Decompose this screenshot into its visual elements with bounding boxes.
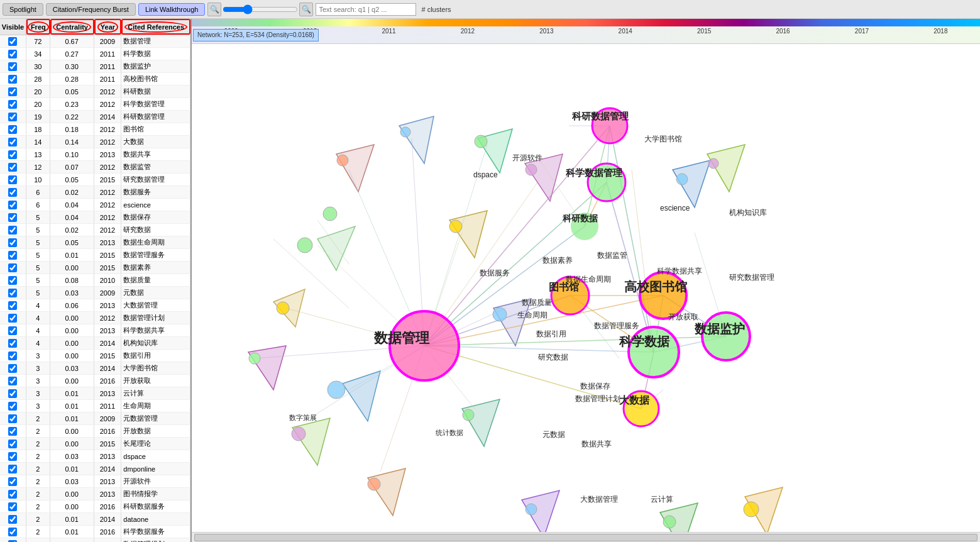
tab-link-walkthrough[interactable]: Link Walkthrough (138, 3, 206, 16)
row-visible-checkbox[interactable] (8, 263, 17, 272)
cell-visible (0, 538, 26, 542)
row-visible-checkbox[interactable] (8, 377, 17, 385)
row-visible-checkbox[interactable] (8, 276, 17, 285)
row-visible-checkbox[interactable] (8, 452, 17, 461)
zoom-in-button[interactable]: 🔍 (207, 3, 221, 16)
timeline-slider[interactable] (223, 4, 298, 15)
cell-year: 2012 (94, 98, 122, 110)
cell-visible (0, 362, 26, 374)
cell-visible (0, 249, 26, 261)
row-visible-checkbox[interactable] (8, 289, 17, 297)
row-visible-checkbox[interactable] (8, 540, 17, 543)
cell-cited: 数据管理规划 (121, 538, 190, 542)
row-visible-checkbox[interactable] (8, 440, 17, 448)
row-visible-checkbox[interactable] (8, 113, 17, 121)
zoom-out-button[interactable]: 🔍 (299, 3, 313, 16)
cell-year: 2014 (94, 362, 122, 374)
cell-cited: 图书情报学 (121, 488, 190, 500)
tab-spotlight[interactable]: Spotlight (3, 3, 43, 16)
cell-visible (0, 123, 26, 135)
cell-visible (0, 224, 26, 236)
row-visible-checkbox[interactable] (8, 389, 17, 398)
row-visible-checkbox[interactable] (8, 100, 17, 109)
row-visible-checkbox[interactable] (8, 339, 17, 348)
row-visible-checkbox[interactable] (8, 75, 17, 84)
row-visible-checkbox[interactable] (8, 301, 17, 310)
cell-year: 2015 (94, 438, 122, 450)
col-header-freq[interactable]: Freq (26, 19, 50, 35)
row-visible-checkbox[interactable] (8, 175, 17, 184)
row-visible-checkbox[interactable] (8, 427, 17, 436)
row-visible-checkbox[interactable] (8, 138, 17, 147)
cell-cited: 数据监管 (121, 161, 190, 173)
row-visible-checkbox[interactable] (8, 477, 17, 486)
row-visible-checkbox[interactable] (8, 314, 17, 323)
row-visible-checkbox[interactable] (8, 414, 17, 423)
cell-centrality: 0.02 (50, 186, 94, 198)
row-visible-checkbox[interactable] (8, 62, 17, 71)
cell-visible (0, 324, 26, 336)
search-input[interactable] (316, 3, 416, 16)
tab-citation-burst[interactable]: Citation/Frequency Burst (46, 3, 136, 16)
row-visible-checkbox[interactable] (8, 87, 17, 96)
network-node[interactable] (390, 311, 459, 380)
cell-freq: 6 (26, 186, 50, 198)
col-header-centrality[interactable]: Centrality (50, 19, 94, 35)
col-header-visible[interactable]: Visible (0, 19, 26, 35)
cell-year: 2013 (94, 148, 122, 160)
cell-freq: 5 (26, 236, 50, 248)
table-row: 3 0.03 2014 大学图书馆 (0, 362, 190, 375)
row-visible-checkbox[interactable] (8, 37, 17, 46)
cell-freq: 28 (26, 73, 50, 85)
row-visible-checkbox[interactable] (8, 226, 17, 235)
row-visible-checkbox[interactable] (8, 528, 17, 536)
table-row: 4 0.00 2014 机构知识库 (0, 337, 190, 350)
network-small-node (368, 478, 380, 490)
cell-freq: 2 (26, 526, 50, 538)
cell-visible (0, 274, 26, 286)
row-visible-checkbox[interactable] (8, 50, 17, 58)
row-visible-checkbox[interactable] (8, 465, 17, 473)
cell-freq: 4 (26, 312, 50, 324)
table-body[interactable]: 72 0.67 2009 数据管理 34 0.27 2011 科学数据 30 0… (0, 35, 190, 542)
cell-visible (0, 488, 26, 500)
row-visible-checkbox[interactable] (8, 364, 17, 373)
table-row: 5 0.05 2013 数据生命周期 (0, 236, 190, 249)
row-visible-checkbox[interactable] (8, 238, 17, 247)
row-visible-checkbox[interactable] (8, 188, 17, 197)
col-header-year[interactable]: Year (94, 19, 122, 35)
cell-centrality: 0.04 (50, 211, 94, 223)
col-header-cited[interactable]: Cited References (121, 19, 190, 35)
cell-visible (0, 48, 26, 60)
cell-freq: 30 (26, 60, 50, 72)
row-visible-checkbox[interactable] (8, 351, 17, 360)
cell-cited: 数据生命周期 (121, 236, 190, 248)
cell-centrality: 0.05 (50, 236, 94, 248)
row-visible-checkbox[interactable] (8, 251, 17, 260)
cell-freq: 10 (26, 174, 50, 185)
row-visible-checkbox[interactable] (8, 125, 17, 134)
row-visible-checkbox[interactable] (8, 402, 17, 411)
row-visible-checkbox[interactable] (8, 201, 17, 209)
cell-visible (0, 174, 26, 185)
row-visible-checkbox[interactable] (8, 150, 17, 159)
cell-year: 2015 (94, 262, 122, 274)
row-visible-checkbox[interactable] (8, 515, 17, 524)
row-visible-checkbox[interactable] (8, 213, 17, 222)
horizontal-scrollbar[interactable] (194, 534, 977, 541)
row-visible-checkbox[interactable] (8, 163, 17, 172)
network-canvas[interactable]: 数据管理科学数据数据监护高校图书馆科研数据管理科学数据管理图书馆大数据科研数据数… (192, 44, 980, 532)
main-container: Spotlight Citation/Frequency Burst Link … (0, 0, 980, 542)
row-visible-checkbox[interactable] (8, 502, 17, 511)
cell-freq: 2 (26, 513, 50, 525)
network-label: 数据监护 (694, 322, 745, 336)
cell-freq: 2 (26, 412, 50, 424)
cell-year: 2016 (94, 501, 122, 512)
table-row: 4 0.00 2012 数据管理计划 (0, 312, 190, 324)
row-visible-checkbox[interactable] (8, 490, 17, 499)
network-node[interactable] (702, 312, 750, 360)
row-visible-checkbox[interactable] (8, 326, 17, 335)
network-label: 云计算 (651, 495, 673, 504)
cell-visible (0, 98, 26, 110)
cell-cited: 机构知识库 (121, 337, 190, 349)
